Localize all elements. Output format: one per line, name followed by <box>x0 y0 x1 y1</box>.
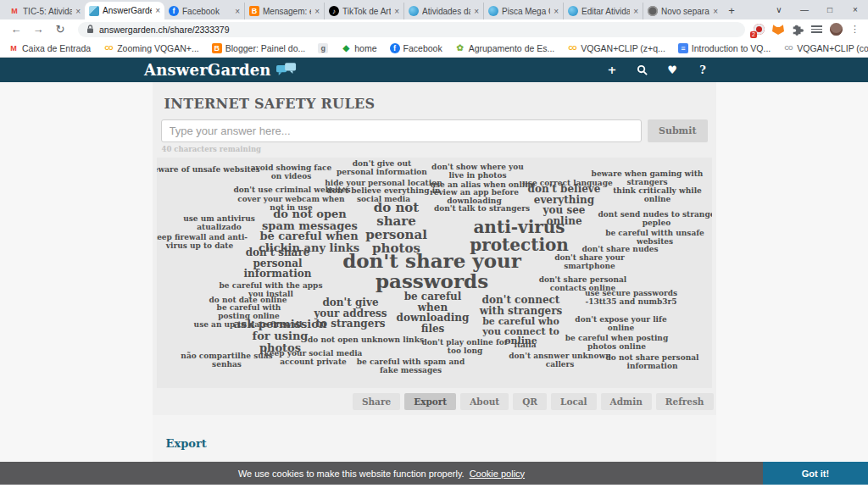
bookmark-item[interactable]: fFacebook <box>390 43 442 53</box>
bookmark-item[interactable]: COZooming VQGAN+... <box>103 43 199 53</box>
cloud-word: think critically while online <box>609 187 706 203</box>
tiktok-favicon: ♪ <box>329 6 339 16</box>
cloud-word: be careful when posting photos online <box>562 335 672 351</box>
nav-button-share[interactable]: Share <box>353 393 400 410</box>
got-it-button[interactable]: Got it! <box>763 462 868 485</box>
cloud-word: don't share your smartphone <box>545 254 634 270</box>
tab-close-icon[interactable]: × <box>633 7 638 16</box>
plus-icon[interactable]: + <box>606 64 618 76</box>
browser-tab[interactable]: Novo separad× <box>643 3 722 19</box>
bookmark-item[interactable]: COVQGAN+CLIP (z+q... <box>567 43 665 53</box>
browser-tab[interactable]: BMensagem: e× <box>244 3 324 19</box>
cookie-message: We use cookies to make this website func… <box>238 469 465 479</box>
tab-close-icon[interactable]: × <box>314 7 320 16</box>
export-panel: Export <box>153 415 716 465</box>
cloud-word: be careful witth unsafe websites <box>604 230 706 246</box>
cloud-word: be careful when downloading files <box>396 291 470 335</box>
cloud-word: don't connect with strangers <box>476 295 565 316</box>
browser-tab[interactable]: Pisca Mega Q× <box>483 3 563 19</box>
menu-dots-icon[interactable]: ⋮ <box>850 24 860 35</box>
bookmark-item[interactable]: ◆home <box>341 43 376 53</box>
puzzle-icon[interactable] <box>792 24 804 36</box>
adblock-icon[interactable]: 2 <box>754 24 765 35</box>
reload-button[interactable]: ↻ <box>51 23 70 36</box>
address-bar[interactable]: answergarden.ch/share/2333379 <box>78 22 745 37</box>
cloud-word: use um antivirus atualizado <box>177 215 262 231</box>
gmail-favicon: M <box>8 43 19 53</box>
browser-tab[interactable]: MTIC-5: Ativida× <box>5 3 85 19</box>
drupal-favicon <box>568 6 578 16</box>
bookmark-label: Introduction to VQ... <box>692 43 771 53</box>
bookmark-label: Agrupamento de Es... <box>469 43 555 53</box>
facebook-favicon: f <box>390 43 400 53</box>
characters-remaining: 40 characters remaining <box>162 145 716 153</box>
browser-tab[interactable]: fFacebook× <box>164 3 244 19</box>
cloud-word: don't talk to strangers <box>434 205 530 214</box>
nav-button-qr[interactable]: QR <box>513 393 547 410</box>
heart-icon[interactable]: ♥ <box>666 64 678 76</box>
cloud-word: don't show where you live in photos <box>425 164 531 180</box>
tab-title: Editar Atividad <box>581 7 630 16</box>
cookie-message-area: We use cookies to make this website func… <box>0 462 763 485</box>
help-icon[interactable]: ? <box>697 64 709 76</box>
bookmark-label: home <box>354 43 376 53</box>
cookie-policy-link[interactable]: Cookie policy <box>470 469 525 479</box>
tab-close-icon[interactable]: × <box>713 7 718 16</box>
tab-title: TikTok de Artu <box>342 7 391 16</box>
tab-close-icon[interactable]: × <box>394 7 399 16</box>
blogger-favicon: B <box>212 43 222 53</box>
answer-row: Submit <box>161 119 708 142</box>
cloud-word: italia <box>514 341 536 350</box>
chevron-down-icon[interactable]: ∨ <box>766 0 792 19</box>
cloud-word: don't share your passwords <box>326 251 538 292</box>
tab-close-icon[interactable]: × <box>235 7 240 16</box>
cloud-word: do not open unknown links <box>308 336 424 345</box>
bookmark-item[interactable]: COVQGAN+CLIP (cod... <box>783 43 868 53</box>
answergarden-favicon <box>89 6 99 16</box>
minimize-button[interactable]: — <box>792 0 817 19</box>
forward-button[interactable]: → <box>29 23 47 36</box>
nav-button-refresh[interactable]: Refresh <box>656 393 714 410</box>
browser-tab[interactable]: ♪TikTok de Artu× <box>324 3 403 19</box>
page-content: INTERNET SAFETY RULES Submit 40 characte… <box>0 82 868 461</box>
tab-close-icon[interactable]: × <box>474 7 479 16</box>
bookmark-item[interactable]: ✿Agrupamento de Es... <box>455 43 555 53</box>
url-text: answergarden.ch/share/2333379 <box>99 25 230 35</box>
browser-tab[interactable]: Editar Atividad× <box>563 3 643 19</box>
nav-button-admin[interactable]: Admin <box>601 393 652 410</box>
brand-logo[interactable]: AnswerGarden <box>144 61 271 79</box>
bookmark-item[interactable]: ≡Introduction to VQ... <box>678 43 771 53</box>
media-list-icon[interactable] <box>811 25 822 33</box>
bookmark-item[interactable]: MCaixa de Entrada <box>8 43 91 53</box>
profile-avatar[interactable] <box>830 23 843 36</box>
globe-favicon <box>648 6 658 16</box>
metamask-fox-icon[interactable] <box>772 24 784 35</box>
bookmark-item[interactable]: BBlogger: Painel do... <box>212 43 306 53</box>
search-icon[interactable] <box>637 64 648 75</box>
bookmark-item[interactable]: g <box>318 43 328 53</box>
tab-close-icon[interactable]: × <box>75 7 81 16</box>
back-button[interactable]: ← <box>7 23 25 36</box>
doc-favicon: ≡ <box>678 43 688 53</box>
maximize-button[interactable]: □ <box>817 0 843 19</box>
answer-input[interactable] <box>161 119 642 142</box>
cloud-word: keep firewall and anti-virus up to date <box>157 234 249 250</box>
new-tab-button[interactable]: + <box>722 3 741 19</box>
tab-close-icon[interactable]: × <box>554 7 559 16</box>
nav-button-about[interactable]: About <box>460 393 509 410</box>
nav-button-export[interactable]: Export <box>404 393 456 410</box>
cloud-word: don't expose your life online <box>572 316 670 332</box>
browser-tab[interactable]: Atividades da× <box>403 3 483 19</box>
browser-tab[interactable]: AnswerGarden× <box>85 2 164 19</box>
bookmark-label: Facebook <box>403 43 442 53</box>
cloud-word: don't play online for too long <box>415 339 516 355</box>
g-favicon: g <box>318 43 328 53</box>
colab-gray-favicon: CO <box>783 43 793 53</box>
submit-button[interactable]: Submit <box>648 119 708 142</box>
tab-close-icon[interactable]: × <box>155 6 160 15</box>
leaf-favicon: ✿ <box>455 43 465 53</box>
nav-button-local[interactable]: Local <box>551 393 597 410</box>
close-button[interactable]: × <box>843 0 868 19</box>
tab-title: Atividades da <box>422 7 470 16</box>
cloud-word: beware when gaming with strangers <box>590 170 704 186</box>
